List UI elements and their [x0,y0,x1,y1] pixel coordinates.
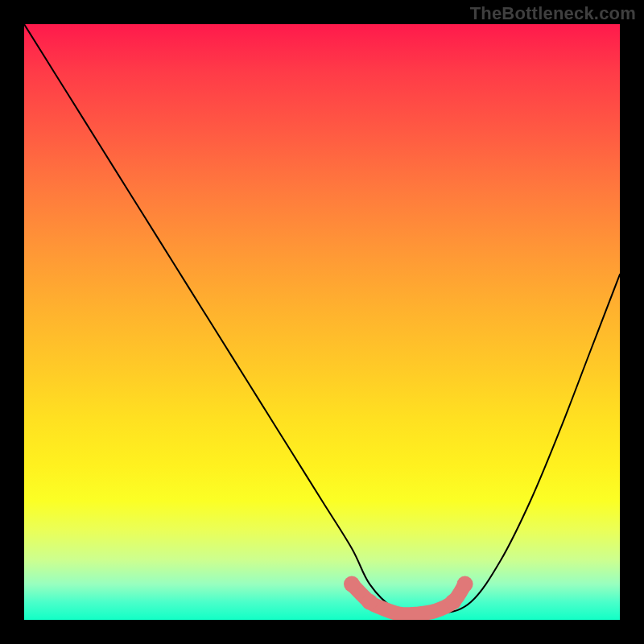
watermark-text: TheBottleneck.com [470,3,636,24]
optimal-zone-dot [361,594,378,610]
optimal-zone-dot [445,594,461,610]
optimal-zone-dot [344,576,360,592]
optimal-zone-dot [457,576,473,592]
chart-frame: TheBottleneck.com [0,0,644,644]
plot-area [24,24,620,620]
optimal-zone-marker [24,24,620,620]
